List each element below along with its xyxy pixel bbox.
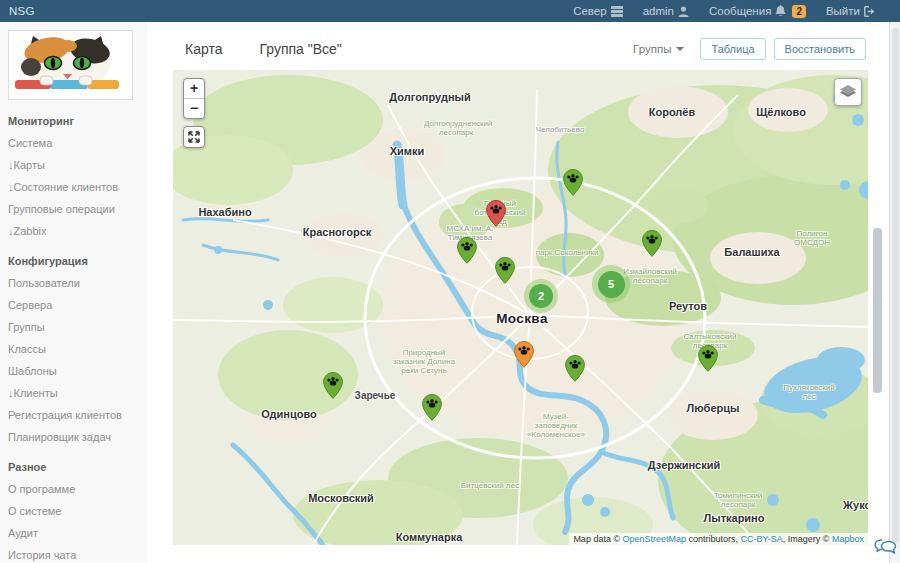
fullscreen-button[interactable] [183, 126, 205, 148]
header-actions: Группы Таблица Восстановить [633, 38, 866, 60]
page-title: Группа "Все" [259, 41, 341, 57]
user-icon [678, 6, 689, 17]
logout-icon [864, 6, 876, 17]
map-attribution: Map data © OpenStreetMap contributors, C… [569, 533, 868, 545]
cat-illustration [11, 33, 123, 97]
map-pin-marker-green[interactable] [565, 355, 585, 382]
cluster-count: 2 [529, 284, 553, 308]
sidebar-item[interactable]: Групповые операции [0, 198, 147, 220]
content-scrollbar-thumb[interactable] [873, 228, 882, 393]
sidebar-item[interactable]: История чата [0, 544, 147, 563]
top-navbar: NSG СеверadminСообщения2Выйти [0, 0, 900, 22]
nav-item-messages[interactable]: Сообщения2 [709, 5, 806, 18]
map-pin-marker-orange[interactable] [514, 341, 534, 368]
map[interactable]: МоскваХимкиДолгопрудныйКоролёвЩёлковоНах… [173, 70, 868, 545]
sidebar-section-heading: Разное [0, 448, 147, 478]
bell-icon [775, 5, 786, 17]
zoom-out-button[interactable]: − [184, 98, 204, 118]
sidebar-item[interactable]: Сервера [0, 294, 147, 316]
tab-map[interactable]: Карта [185, 41, 222, 57]
expand-arrows-icon [188, 131, 200, 143]
layers-icon [840, 85, 856, 99]
sidebar-item[interactable]: ↓Состояние клиентов [0, 176, 147, 198]
page-header: Карта Группа "Все" Группы Таблица Восста… [147, 34, 866, 64]
map-zoom-control: + − [183, 78, 205, 119]
page-scrollbar-thumb[interactable] [892, 28, 899, 543]
map-pin-marker-green[interactable] [457, 237, 477, 264]
groups-dropdown[interactable]: Группы [633, 43, 684, 55]
sidebar-section-heading: Конфигурация [0, 242, 147, 272]
sidebar-item[interactable]: ↓Карты [0, 154, 147, 176]
map-markers-layer: 52 [173, 70, 868, 545]
map-pin-marker-green[interactable] [698, 345, 718, 372]
nav-item-logout[interactable]: Выйти [826, 5, 876, 17]
chat-icon[interactable] [873, 538, 897, 560]
table-button[interactable]: Таблица [700, 38, 765, 60]
server-icon [611, 6, 623, 17]
sidebar: МониторингСистема↓Карты↓Состояние клиент… [0, 22, 148, 563]
map-pin-marker-green[interactable] [642, 230, 662, 257]
attribution-link[interactable]: CC-BY-SA [741, 534, 783, 544]
app-brand[interactable]: NSG [0, 5, 35, 17]
sidebar-item[interactable]: ↓Zabbix [0, 220, 147, 242]
nav-item-server[interactable]: Север [573, 5, 622, 17]
sidebar-item[interactable]: ↓Клиенты [0, 382, 147, 404]
messages-count-badge: 2 [792, 5, 806, 18]
zoom-in-button[interactable]: + [184, 79, 204, 98]
map-pin-marker-green[interactable] [563, 169, 583, 196]
sidebar-item[interactable]: Планировщик задач [0, 426, 147, 448]
map-pin-marker-red[interactable] [486, 200, 506, 227]
nav-item-admin-label: admin [643, 5, 674, 17]
map-pin-marker-green[interactable] [323, 372, 343, 399]
chevron-down-icon [676, 47, 684, 51]
sidebar-menu: МониторингСистема↓Карты↓Состояние клиент… [0, 102, 147, 563]
navbar-right-group: СеверadminСообщения2Выйти [573, 5, 900, 18]
groups-dropdown-label: Группы [633, 43, 671, 55]
nav-item-admin[interactable]: admin [643, 5, 689, 17]
sidebar-item[interactable]: Система [0, 132, 147, 154]
map-pin-marker-green[interactable] [422, 394, 442, 421]
nav-item-server-label: Север [573, 5, 606, 17]
sidebar-item[interactable]: Пользователи [0, 272, 147, 294]
main-content: Карта Группа "Все" Группы Таблица Восста… [147, 22, 890, 563]
sidebar-item[interactable]: О программе [0, 478, 147, 500]
sidebar-item[interactable]: Шаблоны [0, 360, 147, 382]
app-window: { "navbar": { "brand": "NSG", "items": [… [0, 0, 900, 563]
sidebar-item[interactable]: Классы [0, 338, 147, 360]
chat-bubbles-icon [873, 538, 897, 556]
sidebar-item[interactable]: О системе [0, 500, 147, 522]
restore-button[interactable]: Восстановить [774, 38, 866, 60]
sidebar-item[interactable]: Группы [0, 316, 147, 338]
map-cluster-marker[interactable]: 5 [592, 265, 630, 303]
sidebar-item[interactable]: Аудит [0, 522, 147, 544]
attribution-link[interactable]: OpenStreetMap [623, 534, 687, 544]
map-cluster-marker[interactable]: 2 [524, 279, 558, 313]
cat-logo-image [8, 30, 133, 100]
layers-control-button[interactable] [834, 78, 862, 106]
map-pin-marker-green[interactable] [495, 257, 515, 284]
page-scrollbar[interactable] [889, 22, 900, 563]
attribution-link[interactable]: Mapbox [832, 534, 864, 544]
sidebar-item[interactable]: Регистрация клиентов [0, 404, 147, 426]
attribution-text: Map data © [573, 534, 622, 544]
cluster-count: 5 [598, 271, 625, 298]
nav-item-logout-label: Выйти [826, 5, 860, 17]
attribution-text: , Imagery © [783, 534, 832, 544]
nav-item-messages-label: Сообщения [709, 5, 771, 17]
attribution-text: contributors, [686, 534, 741, 544]
sidebar-section-heading: Мониторинг [0, 102, 147, 132]
